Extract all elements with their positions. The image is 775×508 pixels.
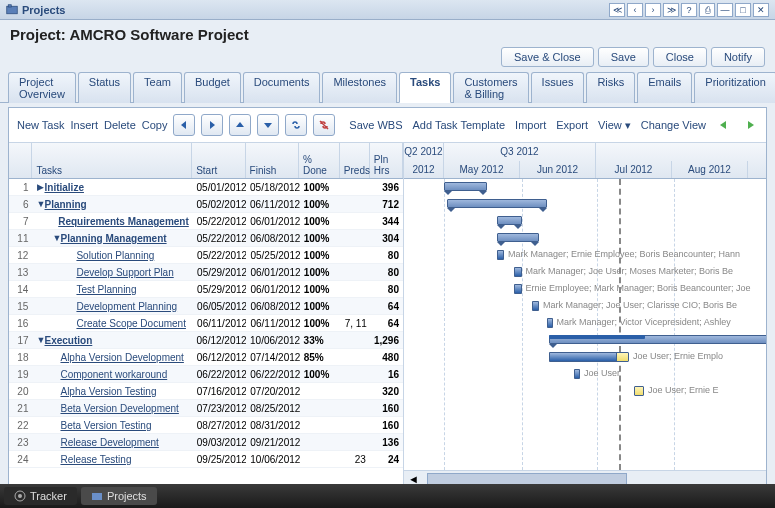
task-link[interactable]: Test Planning (76, 284, 136, 295)
table-row[interactable]: 20Alpha Version Testing07/16/201207/20/2… (9, 383, 403, 400)
tab-project-overview[interactable]: Project Overview (8, 72, 76, 103)
expander-icon[interactable]: ▼ (37, 335, 45, 345)
import-button[interactable]: Import (515, 119, 546, 131)
task-link[interactable]: Initialize (45, 182, 84, 193)
gantt-header: Q2 2012Q3 2012 2012May 2012Jun 2012Jul 2… (404, 143, 766, 179)
nav-prev-button[interactable]: ‹ (627, 3, 643, 17)
save-button[interactable]: Save (598, 47, 649, 67)
tab-customers-billing[interactable]: Customers & Billing (453, 72, 528, 103)
scroll-left-icon[interactable] (716, 119, 732, 131)
expander-icon[interactable]: ▼ (52, 233, 60, 243)
gantt-bar[interactable] (447, 199, 547, 208)
tab-milestones[interactable]: Milestones (322, 72, 397, 103)
gantt-bar[interactable] (497, 216, 522, 225)
task-link[interactable]: Release Development (60, 437, 158, 448)
tab-budget[interactable]: Budget (184, 72, 241, 103)
task-link[interactable]: Development Planning (76, 301, 177, 312)
projects-tab[interactable]: Projects (81, 487, 157, 505)
save-wbs-button[interactable]: Save WBS (349, 119, 402, 131)
tab-team[interactable]: Team (133, 72, 182, 103)
tab-documents[interactable]: Documents (243, 72, 321, 103)
expander-icon[interactable]: ▶ (37, 182, 45, 192)
close-button[interactable]: Close (653, 47, 707, 67)
gantt-bar[interactable] (497, 233, 540, 242)
table-row[interactable]: 1▶Initialize05/01/201205/18/2012100%396 (9, 179, 403, 196)
tracker-tab[interactable]: Tracker (4, 487, 77, 505)
month-header: Jun 2012 (520, 161, 596, 179)
new-task-button[interactable]: New Task (17, 119, 64, 131)
task-link[interactable]: Execution (45, 335, 93, 346)
tab-status[interactable]: Status (78, 72, 131, 103)
task-link[interactable]: Develop Support Plan (76, 267, 173, 278)
tab-risks[interactable]: Risks (586, 72, 635, 103)
table-row[interactable]: 23Release Development09/03/201209/21/201… (9, 434, 403, 451)
add-task-template-button[interactable]: Add Task Template (413, 119, 506, 131)
table-row[interactable]: 19Component workaround06/22/201206/22/20… (9, 366, 403, 383)
move-down-button[interactable] (257, 114, 279, 136)
col-start[interactable]: Start (192, 143, 245, 178)
insert-button[interactable]: Insert (70, 119, 98, 131)
table-row[interactable]: 16Create Scope Document06/11/201206/11/2… (9, 315, 403, 332)
nav-next-button[interactable]: › (645, 3, 661, 17)
change-view-button[interactable]: Change View (641, 119, 706, 131)
task-link[interactable]: Release Testing (60, 454, 131, 465)
unlink-button[interactable] (313, 114, 335, 136)
nav-first-button[interactable]: ≪ (609, 3, 625, 17)
table-row[interactable]: 14Test Planning05/29/201206/01/2012100%8… (9, 281, 403, 298)
table-row[interactable]: 7Requirements Management05/22/201206/01/… (9, 213, 403, 230)
scroll-right-icon[interactable] (742, 119, 758, 131)
table-row[interactable]: 12Solution Planning05/22/201205/25/20121… (9, 247, 403, 264)
task-link[interactable]: Solution Planning (76, 250, 154, 261)
table-row[interactable]: 6▼Planning05/02/201206/11/2012100%712 (9, 196, 403, 213)
tab-emails[interactable]: Emails (637, 72, 692, 103)
print-button[interactable]: ⎙ (699, 3, 715, 17)
table-row[interactable]: 11▼Planning Management05/22/201206/08/20… (9, 230, 403, 247)
outdent-button[interactable] (173, 114, 195, 136)
gantt-body[interactable]: Mark Manager; Ernie Employee; Boris Bean… (404, 179, 766, 470)
table-row[interactable]: 13Develop Support Plan05/29/201206/01/20… (9, 264, 403, 281)
table-row[interactable]: 21Beta Version Development07/23/201208/2… (9, 400, 403, 417)
link-button[interactable] (285, 114, 307, 136)
col-finish[interactable]: Finish (246, 143, 299, 178)
task-link[interactable]: Alpha Version Testing (60, 386, 156, 397)
export-button[interactable]: Export (556, 119, 588, 131)
task-link[interactable]: Planning (45, 199, 87, 210)
delete-button[interactable]: Delete (104, 119, 136, 131)
task-link[interactable]: Beta Version Testing (60, 420, 151, 431)
col-hrs[interactable]: Pln Hrs (370, 143, 403, 178)
view-dropdown[interactable]: View ▾ (598, 119, 631, 132)
gantt-bar[interactable] (634, 386, 644, 396)
col-done[interactable]: % Done (299, 143, 340, 178)
help-button[interactable]: ? (681, 3, 697, 17)
task-link[interactable]: Component workaround (60, 369, 167, 380)
minimize-button[interactable]: — (717, 3, 733, 17)
projects-icon (6, 4, 18, 16)
table-row[interactable]: 18Alpha Version Development06/12/201207/… (9, 349, 403, 366)
table-row[interactable]: 15Development Planning06/05/201206/08/20… (9, 298, 403, 315)
table-row[interactable]: 22Beta Version Testing08/27/201208/31/20… (9, 417, 403, 434)
indent-button[interactable] (201, 114, 223, 136)
gantt-bar[interactable] (444, 182, 487, 191)
tab-issues[interactable]: Issues (531, 72, 585, 103)
col-preds[interactable]: Preds (340, 143, 370, 178)
task-link[interactable]: Beta Version Development (60, 403, 178, 414)
maximize-button[interactable]: □ (735, 3, 751, 17)
tab-tasks[interactable]: Tasks (399, 72, 451, 103)
task-link[interactable]: Requirements Management (58, 216, 189, 227)
close-window-button[interactable]: ✕ (753, 3, 769, 17)
save-close-button[interactable]: Save & Close (501, 47, 594, 67)
task-link[interactable]: Planning Management (60, 233, 166, 244)
table-row[interactable]: 17▼Execution06/12/201210/06/201233%1,296 (9, 332, 403, 349)
move-up-button[interactable] (229, 114, 251, 136)
nav-last-button[interactable]: ≫ (663, 3, 679, 17)
window-title: Projects (22, 4, 609, 16)
expander-icon[interactable]: ▼ (37, 199, 45, 209)
copy-button[interactable]: Copy (142, 119, 168, 131)
task-link[interactable]: Alpha Version Development (60, 352, 183, 363)
col-tasks[interactable]: Tasks (32, 143, 192, 178)
task-link[interactable]: Create Scope Document (76, 318, 186, 329)
tab-prioritization[interactable]: Prioritization (694, 72, 775, 103)
table-row[interactable]: 24Release Testing09/25/201210/06/2012232… (9, 451, 403, 468)
svg-point-3 (18, 494, 22, 498)
notify-button[interactable]: Notify (711, 47, 765, 67)
